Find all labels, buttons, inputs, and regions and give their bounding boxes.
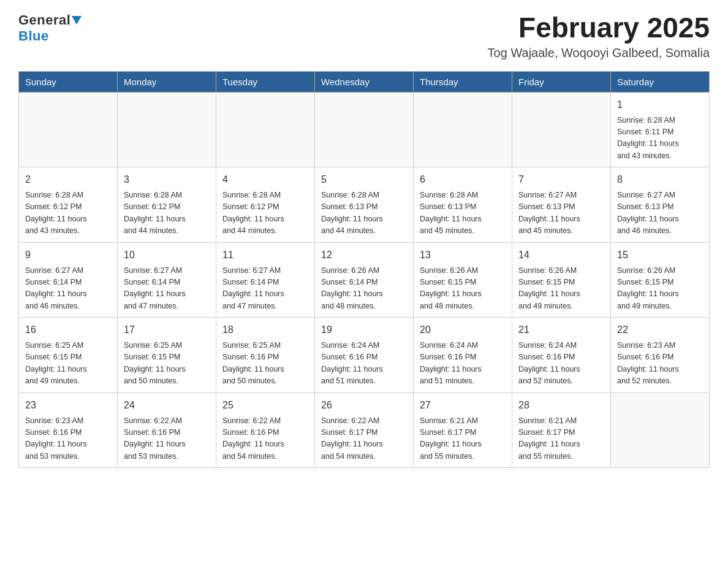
logo-blue: Blue bbox=[18, 28, 49, 44]
calendar-cell bbox=[315, 92, 414, 167]
day-number: 9 bbox=[25, 248, 111, 262]
day-number: 11 bbox=[222, 248, 308, 262]
calendar-cell bbox=[19, 92, 118, 167]
day-info: Sunrise: 6:26 AM Sunset: 6:15 PM Dayligh… bbox=[420, 265, 506, 313]
day-number: 4 bbox=[222, 172, 308, 187]
calendar-cell: 15Sunrise: 6:26 AM Sunset: 6:15 PM Dayli… bbox=[611, 242, 710, 318]
day-info: Sunrise: 6:23 AM Sunset: 6:16 PM Dayligh… bbox=[25, 415, 111, 463]
day-info: Sunrise: 6:28 AM Sunset: 6:12 PM Dayligh… bbox=[222, 190, 308, 237]
calendar-cell: 9Sunrise: 6:27 AM Sunset: 6:14 PM Daylig… bbox=[19, 242, 118, 318]
day-number: 28 bbox=[518, 398, 604, 413]
calendar-week-row: 16Sunrise: 6:25 AM Sunset: 6:15 PM Dayli… bbox=[19, 318, 710, 393]
calendar-cell: 11Sunrise: 6:27 AM Sunset: 6:14 PM Dayli… bbox=[216, 242, 315, 318]
calendar-week-row: 1Sunrise: 6:28 AM Sunset: 6:11 PM Daylig… bbox=[19, 92, 710, 167]
day-number: 22 bbox=[617, 323, 703, 337]
calendar-cell: 10Sunrise: 6:27 AM Sunset: 6:14 PM Dayli… bbox=[118, 242, 216, 318]
day-number: 24 bbox=[124, 398, 210, 413]
calendar-day-header: Monday bbox=[118, 71, 216, 92]
calendar-day-header: Sunday bbox=[19, 71, 118, 92]
day-number: 14 bbox=[518, 248, 604, 262]
calendar-cell: 12Sunrise: 6:26 AM Sunset: 6:14 PM Dayli… bbox=[315, 242, 414, 318]
calendar-cell: 19Sunrise: 6:24 AM Sunset: 6:16 PM Dayli… bbox=[315, 318, 414, 393]
location-title: Tog Wajaale, Woqooyi Galbeed, Somalia bbox=[488, 46, 710, 60]
day-number: 7 bbox=[518, 172, 604, 187]
day-info: Sunrise: 6:25 AM Sunset: 6:15 PM Dayligh… bbox=[124, 340, 210, 388]
calendar-week-row: 23Sunrise: 6:23 AM Sunset: 6:16 PM Dayli… bbox=[19, 393, 710, 468]
calendar-table: SundayMondayTuesdayWednesdayThursdayFrid… bbox=[18, 71, 710, 469]
day-info: Sunrise: 6:27 AM Sunset: 6:13 PM Dayligh… bbox=[518, 190, 604, 237]
day-info: Sunrise: 6:28 AM Sunset: 6:11 PM Dayligh… bbox=[617, 115, 703, 163]
calendar-cell: 16Sunrise: 6:25 AM Sunset: 6:15 PM Dayli… bbox=[19, 318, 118, 393]
day-info: Sunrise: 6:24 AM Sunset: 6:16 PM Dayligh… bbox=[518, 340, 604, 388]
calendar-cell bbox=[414, 92, 512, 167]
calendar-cell: 23Sunrise: 6:23 AM Sunset: 6:16 PM Dayli… bbox=[19, 393, 118, 468]
day-info: Sunrise: 6:27 AM Sunset: 6:14 PM Dayligh… bbox=[25, 265, 111, 313]
day-number: 1 bbox=[617, 98, 703, 112]
logo-general: General bbox=[18, 12, 70, 28]
day-info: Sunrise: 6:27 AM Sunset: 6:13 PM Dayligh… bbox=[617, 190, 703, 237]
calendar-cell: 28Sunrise: 6:21 AM Sunset: 6:17 PM Dayli… bbox=[512, 393, 611, 468]
calendar-cell: 26Sunrise: 6:22 AM Sunset: 6:17 PM Dayli… bbox=[315, 393, 414, 468]
calendar-day-header: Saturday bbox=[611, 71, 710, 92]
day-number: 18 bbox=[222, 323, 308, 337]
calendar-cell: 21Sunrise: 6:24 AM Sunset: 6:16 PM Dayli… bbox=[512, 318, 611, 393]
day-number: 3 bbox=[124, 172, 210, 187]
logo-text: General bbox=[18, 12, 82, 28]
title-block: February 2025 Tog Wajaale, Woqooyi Galbe… bbox=[488, 12, 710, 60]
day-info: Sunrise: 6:27 AM Sunset: 6:14 PM Dayligh… bbox=[222, 265, 308, 313]
calendar-cell: 14Sunrise: 6:26 AM Sunset: 6:15 PM Dayli… bbox=[512, 242, 611, 318]
calendar-day-header: Tuesday bbox=[216, 71, 315, 92]
calendar-cell: 2Sunrise: 6:28 AM Sunset: 6:12 PM Daylig… bbox=[19, 167, 118, 243]
day-number: 15 bbox=[617, 248, 703, 262]
day-number: 12 bbox=[321, 248, 407, 262]
day-info: Sunrise: 6:28 AM Sunset: 6:12 PM Dayligh… bbox=[124, 190, 210, 237]
calendar-week-row: 9Sunrise: 6:27 AM Sunset: 6:14 PM Daylig… bbox=[19, 242, 710, 318]
calendar-cell: 8Sunrise: 6:27 AM Sunset: 6:13 PM Daylig… bbox=[611, 167, 710, 243]
calendar-cell: 20Sunrise: 6:24 AM Sunset: 6:16 PM Dayli… bbox=[414, 318, 512, 393]
day-number: 23 bbox=[25, 398, 111, 413]
day-info: Sunrise: 6:21 AM Sunset: 6:17 PM Dayligh… bbox=[420, 415, 506, 463]
day-number: 6 bbox=[420, 172, 506, 187]
calendar-cell: 4Sunrise: 6:28 AM Sunset: 6:12 PM Daylig… bbox=[216, 167, 315, 243]
day-number: 19 bbox=[321, 323, 407, 337]
calendar-cell bbox=[512, 92, 611, 167]
day-info: Sunrise: 6:25 AM Sunset: 6:16 PM Dayligh… bbox=[222, 340, 308, 388]
logo-arrow-icon bbox=[72, 16, 82, 25]
day-number: 16 bbox=[25, 323, 111, 337]
calendar-header-row: SundayMondayTuesdayWednesdayThursdayFrid… bbox=[19, 71, 710, 92]
day-number: 27 bbox=[420, 398, 506, 413]
calendar-cell: 27Sunrise: 6:21 AM Sunset: 6:17 PM Dayli… bbox=[414, 393, 512, 468]
day-info: Sunrise: 6:22 AM Sunset: 6:17 PM Dayligh… bbox=[321, 415, 407, 463]
day-number: 21 bbox=[518, 323, 604, 337]
page-header: General Blue February 2025 Tog Wajaale, … bbox=[18, 12, 710, 60]
day-info: Sunrise: 6:28 AM Sunset: 6:12 PM Dayligh… bbox=[25, 190, 111, 237]
calendar-cell: 13Sunrise: 6:26 AM Sunset: 6:15 PM Dayli… bbox=[414, 242, 512, 318]
calendar-cell: 17Sunrise: 6:25 AM Sunset: 6:15 PM Dayli… bbox=[118, 318, 216, 393]
calendar-day-header: Wednesday bbox=[315, 71, 414, 92]
calendar-cell: 22Sunrise: 6:23 AM Sunset: 6:16 PM Dayli… bbox=[611, 318, 710, 393]
day-number: 25 bbox=[222, 398, 308, 413]
calendar-day-header: Thursday bbox=[414, 71, 512, 92]
calendar-cell bbox=[611, 393, 710, 468]
day-info: Sunrise: 6:22 AM Sunset: 6:16 PM Dayligh… bbox=[222, 415, 308, 463]
day-number: 10 bbox=[124, 248, 210, 262]
calendar-week-row: 2Sunrise: 6:28 AM Sunset: 6:12 PM Daylig… bbox=[19, 167, 710, 243]
calendar-cell: 5Sunrise: 6:28 AM Sunset: 6:13 PM Daylig… bbox=[315, 167, 414, 243]
calendar-cell: 24Sunrise: 6:22 AM Sunset: 6:16 PM Dayli… bbox=[118, 393, 216, 468]
day-number: 5 bbox=[321, 172, 407, 187]
day-info: Sunrise: 6:28 AM Sunset: 6:13 PM Dayligh… bbox=[321, 190, 407, 237]
day-number: 26 bbox=[321, 398, 407, 413]
day-number: 8 bbox=[617, 172, 703, 187]
calendar-cell: 7Sunrise: 6:27 AM Sunset: 6:13 PM Daylig… bbox=[512, 167, 611, 243]
calendar-cell: 25Sunrise: 6:22 AM Sunset: 6:16 PM Dayli… bbox=[216, 393, 315, 468]
calendar-day-header: Friday bbox=[512, 71, 611, 92]
day-info: Sunrise: 6:27 AM Sunset: 6:14 PM Dayligh… bbox=[124, 265, 210, 313]
day-number: 13 bbox=[420, 248, 506, 262]
day-info: Sunrise: 6:24 AM Sunset: 6:16 PM Dayligh… bbox=[420, 340, 506, 388]
day-info: Sunrise: 6:26 AM Sunset: 6:15 PM Dayligh… bbox=[617, 265, 703, 313]
day-info: Sunrise: 6:26 AM Sunset: 6:15 PM Dayligh… bbox=[518, 265, 604, 313]
day-info: Sunrise: 6:22 AM Sunset: 6:16 PM Dayligh… bbox=[124, 415, 210, 463]
calendar-cell: 18Sunrise: 6:25 AM Sunset: 6:16 PM Dayli… bbox=[216, 318, 315, 393]
day-info: Sunrise: 6:28 AM Sunset: 6:13 PM Dayligh… bbox=[420, 190, 506, 237]
calendar-cell: 3Sunrise: 6:28 AM Sunset: 6:12 PM Daylig… bbox=[118, 167, 216, 243]
